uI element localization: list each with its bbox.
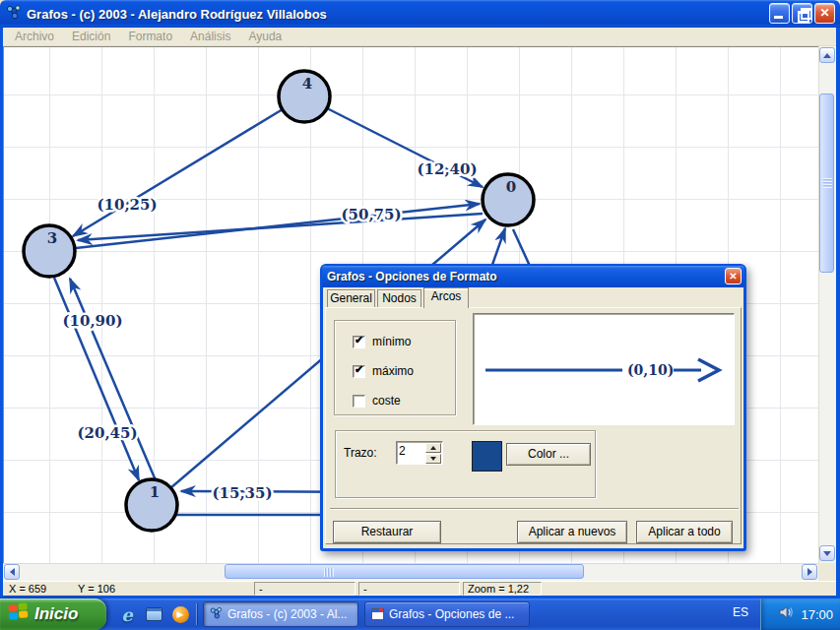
taskbar-button-label: Grafos - Opciones de ... (389, 607, 514, 621)
taskbar-button-format-dialog[interactable]: Grafos - Opciones de ... (364, 601, 530, 627)
stroke-groupbox: Trazo: 2 Color ... (335, 430, 596, 498)
graph-edge-label: (15,35) (212, 484, 272, 502)
dialog-close-button[interactable]: ✕ (725, 268, 742, 284)
graph-edge[interactable] (73, 109, 283, 236)
edge-labels-groupbox: ✔ mínimo ✔ máximo coste (334, 320, 456, 415)
menu-item-edicion[interactable]: Edición (63, 30, 119, 43)
stroke-width-value: 2 (399, 444, 406, 458)
media-player-icon[interactable]: ▶ (169, 603, 191, 625)
menu-bar: Archivo Edición Formato Análisis Ayuda (0, 28, 840, 46)
scroll-right-button[interactable] (802, 564, 817, 580)
graph-node-label: 0 (506, 178, 516, 196)
edge-preview-panel: (0,10) (473, 313, 735, 425)
menu-item-analisis[interactable]: Análisis (181, 30, 239, 43)
minimo-label: mínimo (372, 335, 411, 348)
arrow-left-icon (10, 568, 15, 576)
thumb-grip-icon (823, 178, 832, 188)
status-x-coordinate: X = 659 (9, 583, 46, 595)
scrollbar-corner (818, 563, 836, 581)
clock[interactable]: 17:00 (801, 607, 833, 622)
dialog-divider (330, 508, 739, 510)
spinner-up-button[interactable] (425, 443, 441, 453)
scroll-up-button[interactable] (819, 47, 835, 63)
desktop: Grafos - (c) 2003 - Alejandro Rodríguez … (0, 0, 840, 630)
minimo-checkbox[interactable]: ✔ (353, 336, 365, 348)
thumb-grip-icon (324, 568, 334, 577)
system-tray: 17:00 (760, 598, 840, 630)
arrow-down-icon (823, 551, 831, 556)
dialog-titlebar[interactable]: Grafos - Opciones de Formato ✕ (322, 266, 744, 287)
graph-edge[interactable] (54, 278, 139, 480)
window-border-right (836, 28, 840, 598)
aplicar-a-nuevos-button[interactable]: Aplicar a nuevos (517, 521, 627, 543)
start-button[interactable]: Inicio (0, 598, 106, 630)
graph-edge[interactable] (78, 214, 483, 240)
restaurar-button[interactable]: Restaurar (333, 521, 441, 543)
vertical-scrollbar-thumb[interactable] (819, 94, 834, 273)
quick-launch-separator (196, 603, 197, 625)
checkbox-row-minimo[interactable]: ✔ mínimo (353, 335, 411, 348)
graph-node-label: 3 (47, 229, 57, 247)
language-indicator[interactable]: ES (733, 605, 748, 619)
stroke-width-spinner[interactable]: 2 (396, 441, 443, 465)
checkbox-row-maximo[interactable]: ✔ máximo (353, 364, 414, 378)
graph-edge-label: (50,75) (341, 206, 401, 223)
app-titlebar[interactable]: Grafos - (c) 2003 - Alejandro Rodríguez … (0, 0, 840, 28)
scroll-left-button[interactable] (4, 564, 20, 580)
status-bar: X = 659 Y = 106 - - Zoom = 1,22 (3, 581, 836, 596)
color-button[interactable]: Color ... (506, 443, 591, 466)
checkmark-icon: ✔ (355, 334, 363, 346)
arcos-tab-page: ✔ mínimo ✔ máximo coste (325, 307, 742, 544)
aplicar-a-todo-button[interactable]: Aplicar a todo (636, 521, 733, 543)
color-swatch (472, 441, 502, 472)
coste-checkbox[interactable] (353, 395, 365, 408)
scroll-down-button[interactable] (819, 545, 835, 561)
edge-preview-drawing: (0,10) (474, 314, 734, 424)
coste-label: coste (372, 394, 401, 408)
menu-item-ayuda[interactable]: Ayuda (239, 30, 291, 43)
graph-edge-label: (10,90) (62, 312, 122, 330)
status-panel-1: - (254, 582, 355, 596)
windows-logo-icon (8, 602, 29, 626)
graph-node-label: 1 (150, 483, 160, 501)
app-icon (210, 606, 223, 622)
format-options-dialog: Grafos - Opciones de Formato ✕ General N… (320, 264, 746, 551)
status-panel-2: - (358, 582, 460, 596)
maximo-checkbox[interactable]: ✔ (353, 365, 365, 378)
start-label: Inicio (34, 604, 78, 624)
arrow-up-icon (823, 53, 831, 58)
dialog-window-icon (371, 608, 384, 620)
app-title: Grafos - (c) 2003 - Alejandro Rodríguez … (27, 7, 327, 22)
arrow-up-icon (430, 446, 436, 450)
menu-item-archivo[interactable]: Archivo (6, 30, 63, 43)
minimize-button[interactable] (769, 3, 790, 24)
menu-item-formato[interactable]: Formato (119, 30, 181, 43)
taskbar: Inicio e ▶ Grafos - (c) 2003 - (0, 598, 840, 630)
show-desktop-icon[interactable] (143, 603, 164, 625)
tab-general[interactable]: General (327, 289, 375, 307)
maximo-label: máximo (372, 364, 414, 378)
arrow-right-icon (808, 568, 812, 576)
vertical-scrollbar[interactable] (818, 46, 836, 563)
spinner-down-button[interactable] (425, 454, 441, 464)
graph-node-label: 4 (302, 75, 312, 93)
graph-edge-label: (20,45) (77, 424, 137, 442)
preview-arrowhead-icon (698, 359, 719, 381)
status-y-coordinate: Y = 106 (78, 583, 115, 595)
graph-edge-label: (10,25) (97, 196, 157, 214)
app-icon (6, 4, 22, 24)
dialog-title: Grafos - Opciones de Formato (327, 270, 497, 284)
checkbox-row-coste[interactable]: coste (353, 394, 401, 408)
horizontal-scrollbar-thumb[interactable] (225, 564, 584, 579)
window-border-left (0, 28, 3, 598)
tab-arcos[interactable]: Arcos (423, 287, 469, 308)
tab-nodos[interactable]: Nodos (377, 289, 421, 307)
restore-button[interactable] (792, 3, 812, 24)
internet-explorer-icon[interactable]: e (116, 603, 138, 625)
speaker-icon[interactable] (779, 605, 794, 623)
graph-edge[interactable] (70, 279, 156, 480)
graph-edge-label: (12,40) (417, 160, 477, 178)
taskbar-button-grafos-app[interactable]: Grafos - (c) 2003 - Al... (203, 601, 358, 627)
close-button[interactable]: ✕ (814, 3, 835, 24)
horizontal-scrollbar[interactable] (3, 563, 818, 581)
